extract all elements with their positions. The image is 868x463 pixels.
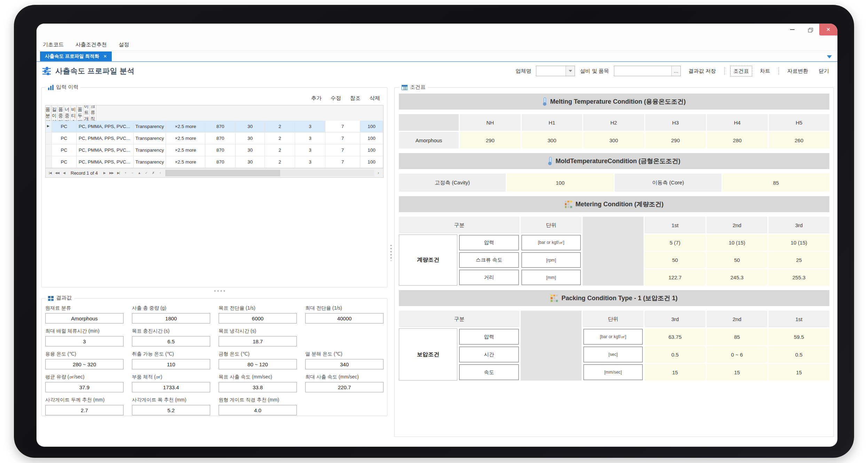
cell-gate-count[interactable]: 7 — [325, 156, 360, 168]
condition-table-button[interactable]: 조건표 — [730, 66, 752, 77]
equipment-input[interactable]: … — [614, 66, 681, 76]
chart-button[interactable]: 차트 — [757, 66, 773, 76]
cell-material-constant[interactable]: PC, PMMA, PPS, PVC... — [77, 156, 134, 168]
metering-value-cell[interactable]: 255.3 — [768, 269, 829, 286]
melting-value-cell[interactable]: 290 — [645, 132, 706, 149]
cell-material[interactable]: PC — [52, 144, 77, 156]
result-field-value[interactable]: 40000 — [305, 313, 384, 324]
result-field-value[interactable]: 110 — [132, 359, 210, 369]
metering-value-cell[interactable]: 50 — [645, 252, 705, 268]
row-selector-cell[interactable] — [46, 144, 52, 156]
record-nav-button[interactable]: + — [122, 169, 128, 177]
cell-gate-count[interactable]: 7 — [325, 121, 360, 133]
grid-action-button[interactable]: 추가 — [311, 95, 322, 102]
cell-cavity-count[interactable]: 2 — [265, 156, 295, 168]
metering-value-cell[interactable]: 122.7 — [645, 269, 705, 286]
grid-column-header[interactable]: 런너 중량 — [64, 105, 71, 121]
result-field-value[interactable]: 6000 — [219, 313, 297, 324]
cell-runner-weight[interactable]: 30 — [236, 156, 265, 168]
record-nav-button[interactable]: ✓ — [143, 169, 149, 177]
grid-horizontal-scrollbar[interactable] — [165, 170, 374, 176]
result-field-value[interactable]: 6.5 — [132, 336, 210, 346]
cell-part-analysis[interactable]: Transparency — [134, 121, 166, 133]
packing-value-cell[interactable]: 63.75 — [645, 328, 705, 345]
cell-part-thickness[interactable]: 3 — [295, 156, 325, 168]
cell-flow-length-constant[interactable]: ×2.5 more — [166, 133, 205, 144]
packing-value-cell[interactable]: 15 — [768, 364, 829, 381]
cell-screw-diameter[interactable]: 100 — [360, 133, 383, 144]
minimize-button[interactable] — [783, 24, 801, 35]
metering-row-name[interactable]: 스크류 속도 — [459, 252, 519, 268]
cell-screw-diameter[interactable]: 100 — [360, 156, 383, 168]
cell-part-thickness[interactable]: 3 — [295, 133, 325, 144]
horizontal-splitter[interactable] — [41, 287, 387, 295]
result-field-value[interactable]: 280 ~ 320 — [45, 359, 124, 369]
packing-value-cell[interactable]: 0 ~ 6 — [707, 346, 767, 363]
melting-value-cell[interactable]: 300 — [583, 132, 644, 149]
metering-row-unit[interactable]: [mm] — [521, 270, 581, 285]
table-row[interactable]: PC PC, PMMA, PPS, PVC... Transparency ×2… — [46, 133, 383, 144]
cell-part-thickness[interactable]: 3 — [295, 121, 325, 133]
record-nav-button[interactable]: ▶ — [101, 169, 108, 177]
result-field-value[interactable]: 3 — [45, 336, 124, 346]
row-selector-cell[interactable] — [46, 133, 52, 144]
menu-item[interactable]: 기초코드 — [43, 41, 64, 48]
grid-action-button[interactable]: 수정 — [331, 95, 341, 102]
cell-flow-length-constant[interactable]: ×2.5 more — [166, 121, 205, 133]
grid-column-header[interactable]: 스크류 직경 — [90, 105, 96, 121]
packing-value-cell[interactable]: 15 — [707, 364, 767, 381]
melting-value-cell[interactable]: 260 — [769, 132, 830, 149]
packing-row-name[interactable]: 시간 — [459, 346, 519, 362]
cell-screw-diameter[interactable]: 100 — [360, 121, 383, 133]
record-nav-button[interactable]: |◀ — [47, 169, 53, 177]
grid-column-header[interactable]: 부품 두께 — [77, 105, 84, 121]
record-nav-button[interactable]: ◀ — [61, 169, 67, 177]
result-field-value[interactable]: 220.7 — [305, 382, 384, 392]
scroll-right-button[interactable]: › — [375, 169, 382, 177]
grid-column-header[interactable]: 캐비티 수 — [71, 105, 77, 121]
result-field-value[interactable]: 4.0 — [219, 405, 297, 415]
packing-row-unit[interactable]: [mm/sec] — [583, 364, 643, 380]
cell-flow-length-constant[interactable]: ×2.5 more — [166, 144, 205, 156]
cell-part-analysis[interactable]: Transparency — [134, 156, 166, 168]
cell-runner-weight[interactable]: 30 — [236, 121, 265, 133]
result-field-value[interactable]: 2.7 — [45, 405, 124, 415]
melting-value-cell[interactable]: 280 — [707, 132, 768, 149]
melting-value-cell[interactable]: 300 — [522, 132, 583, 149]
data-convert-button[interactable]: 자료변환 — [784, 66, 811, 76]
metering-row-name[interactable]: 압력 — [459, 235, 519, 250]
metering-value-cell[interactable]: 5 (7) — [645, 234, 705, 251]
cell-gate-count[interactable]: 7 — [325, 144, 360, 156]
table-row[interactable]: PC PC, PMMA, PPS, PVC... Transparency ×2… — [46, 144, 383, 156]
metering-row-unit[interactable]: [rpm] — [521, 252, 581, 268]
grid-action-button[interactable]: 삭제 — [370, 95, 380, 102]
packing-value-cell[interactable]: 0.5 — [645, 346, 705, 363]
menu-item[interactable]: 사출조건추천 — [76, 41, 107, 48]
cell-runner-weight[interactable]: 30 — [236, 133, 265, 144]
packing-row-name[interactable]: 압력 — [459, 329, 519, 345]
cell-material[interactable]: PC — [52, 156, 77, 168]
equipment-browse-button[interactable]: … — [671, 66, 680, 76]
menu-item[interactable]: 설정 — [119, 41, 129, 48]
grid-column-header[interactable]: 게이트 개소 — [84, 105, 90, 121]
record-nav-button[interactable]: ‹ — [157, 169, 163, 177]
tab-list-dropdown-icon[interactable] — [827, 55, 832, 58]
vertical-splitter[interactable] — [387, 81, 394, 447]
result-field-value[interactable]: 340 — [305, 359, 384, 369]
result-field-value[interactable]: 80 ~ 120 — [219, 359, 297, 369]
scrollbar-thumb[interactable] — [165, 170, 280, 176]
cell-part-weight[interactable]: 870 — [205, 156, 236, 168]
record-nav-button[interactable]: ▶| — [115, 169, 121, 177]
table-row[interactable]: PC PC, PMMA, PPS, PVC... Transparency ×2… — [46, 121, 383, 133]
close-view-button[interactable]: 닫기 — [816, 66, 832, 76]
cell-material[interactable]: PC — [52, 121, 77, 133]
equipment-input-value[interactable] — [614, 66, 671, 76]
packing-value-cell[interactable]: 15 — [645, 364, 705, 381]
metering-value-cell[interactable]: 10 (15) — [707, 234, 767, 251]
result-field-value[interactable]: 5.2 — [132, 405, 210, 415]
result-field-value[interactable]: Amorphous — [45, 313, 124, 324]
cell-material-constant[interactable]: PC, PMMA, PPS, PVC... — [77, 121, 134, 133]
record-nav-button[interactable]: ◀◀ — [54, 169, 60, 177]
tab-injection-speed-profile[interactable]: 사출속도 프로파일 최적화 ✕ — [40, 51, 112, 61]
metering-row-name[interactable]: 거리 — [459, 270, 519, 285]
